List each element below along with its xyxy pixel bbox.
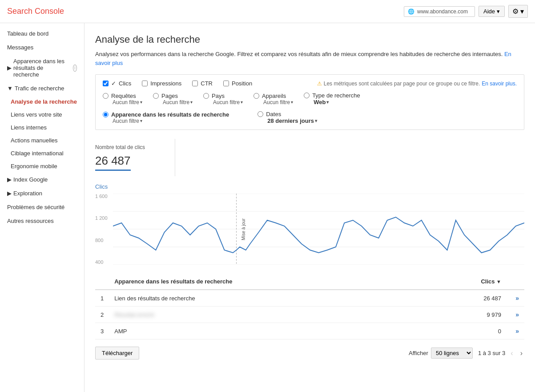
metrics-row: ✓ Clics Impressions CTR Position ⚠ [103, 80, 517, 87]
globe-icon: 🌐 [408, 8, 414, 15]
y-label-1200: 1 200 [95, 215, 113, 221]
table-footer: Télécharger Afficher 10 lignes 25 lignes… [95, 347, 524, 360]
col-action [507, 274, 524, 290]
row-3-value: 0 [430, 323, 507, 339]
row-2-num: 2 [95, 307, 109, 323]
row-3-action[interactable]: » [507, 323, 524, 339]
sidebar-item-actions-manuelles[interactable]: Actions manuelles [0, 134, 84, 147]
sidebar-item-index-google[interactable]: ▶ Index Google [0, 173, 84, 186]
row-1-value: 26 487 [430, 290, 507, 307]
prev-page-button[interactable]: ‹ [509, 348, 515, 358]
rows-select[interactable]: Afficher 10 lignes 25 lignes 50 lignes 1… [409, 348, 473, 359]
page-info: 1 à 3 sur 3 [478, 350, 505, 356]
dimensions-row-1: Requêtes Aucun filtre ▾ Pages Aucun filt… [103, 92, 517, 105]
afficher-label: Afficher [409, 350, 428, 356]
site-url: www.abondance.com [417, 8, 468, 15]
sidebar-item-trafic[interactable]: ▼ Trafic de recherche [0, 81, 84, 95]
sidebar-item-liens-internes[interactable]: Liens internes [0, 121, 84, 134]
pagination: Afficher 10 lignes 25 lignes 50 lignes 1… [409, 348, 524, 359]
page-description: Analysez vos performances dans la recher… [95, 50, 524, 67]
stat-box-clics: Nombre total de clics 26 487 [95, 139, 175, 176]
main-content: Analyse de la recherche Analysez vos per… [84, 23, 535, 392]
col-apparence: Apparence dans les résultats de recherch… [109, 274, 429, 290]
y-axis: 1 600 1 200 800 400 [95, 194, 113, 265]
settings-dropdown-icon: ▾ [520, 7, 524, 16]
next-page-button[interactable]: › [519, 348, 524, 358]
sidebar-apparence-label: Apparence dans les résultats de recherch… [13, 58, 69, 78]
pagination-nav: 1 à 3 sur 3 ‹ › [478, 348, 524, 358]
sidebar-item-apparence[interactable]: ▶ Apparence dans les résultats de recher… [0, 54, 84, 81]
chart-label: Clics [95, 183, 524, 190]
settings-button[interactable]: ⚙ ▾ [508, 5, 528, 18]
row-2-action[interactable]: » [507, 307, 524, 323]
info-icon[interactable]: i [73, 65, 77, 72]
header: Search Console 🌐 www.abondance.com Aide … [0, 0, 535, 23]
chart-line [113, 217, 524, 253]
filter-bar: ✓ Clics Impressions CTR Position ⚠ [95, 74, 524, 130]
y-label-1600: 1 600 [95, 194, 113, 199]
sidebar-item-ergonomie-mobile[interactable]: Ergonomie mobile [0, 160, 84, 173]
row-2-value: 9 979 [430, 307, 507, 323]
index-arrow: ▶ [7, 176, 12, 183]
row-3-num: 3 [95, 323, 109, 339]
row-2-name: Résultat enrichi [109, 307, 429, 323]
help-dropdown-icon: ▾ [497, 8, 500, 15]
metric-ctr[interactable]: CTR [192, 80, 213, 87]
col-clics: Clics ▼ [430, 274, 507, 290]
chevron-right-icon: » [515, 311, 519, 318]
dimension-requetes[interactable]: Requêtes Aucun filtre ▾ [103, 93, 142, 105]
site-selector[interactable]: 🌐 www.abondance.com [404, 6, 475, 17]
stat-label: Nombre total de clics [95, 144, 164, 150]
page-title: Analyse de la recherche [95, 34, 524, 45]
apparence-arrow: ▶ [7, 65, 12, 71]
sidebar-item-messages[interactable]: Messages [0, 40, 84, 54]
table-row: 3 AMP 0 » [95, 323, 524, 339]
chart-annotation: Mise à jour [241, 194, 246, 265]
sidebar-item-ciblage-international[interactable]: Ciblage international [0, 147, 84, 160]
row-3-name: AMP [109, 323, 429, 339]
sidebar-item-autres-ressources[interactable]: Autres ressources [0, 214, 84, 228]
col-num [95, 274, 109, 290]
stat-value: 26 487 [95, 154, 131, 171]
metric-clics[interactable]: ✓ Clics [103, 80, 131, 87]
chevron-right-icon: » [515, 295, 519, 302]
table-header-row: Apparence dans les résultats de recherch… [95, 274, 524, 290]
dimension-appareils[interactable]: Appareils Aucun filtre ▾ [253, 93, 293, 105]
sidebar-item-analyse-recherche[interactable]: Analyse de la recherche [0, 95, 84, 108]
download-button[interactable]: Télécharger [95, 347, 139, 360]
dimension-dates[interactable]: Dates 28 derniers jours ▾ [257, 111, 317, 124]
help-button[interactable]: Aide ▾ [479, 6, 505, 17]
sidebar: Tableau de bord Messages ▶ Apparence dan… [0, 23, 84, 392]
row-1-name: Lien des résultats de recherche [109, 290, 429, 307]
layout: Tableau de bord Messages ▶ Apparence dan… [0, 23, 535, 392]
metric-learn-more[interactable]: En savoir plus. [482, 81, 517, 87]
sidebar-item-exploration[interactable]: ▶ Exploration [0, 186, 84, 200]
dimension-type-recherche[interactable]: Type de recherche Web ▾ [304, 92, 360, 105]
data-table: Apparence dans les résultats de recherch… [95, 274, 524, 339]
header-right: 🌐 www.abondance.com Aide ▾ ⚙ ▾ [404, 5, 528, 18]
dimension-pages[interactable]: Pages Aucun filtre ▾ [153, 93, 193, 105]
settings-icon: ⚙ [512, 7, 519, 16]
chart-container: 1 600 1 200 800 400 [95, 194, 524, 265]
dimension-apparence-resultats[interactable]: Apparence dans les résultats de recherch… [103, 111, 229, 124]
sidebar-item-problemes-securite[interactable]: Problèmes de sécurité [0, 200, 84, 214]
sidebar-item-liens-votre-site[interactable]: Liens vers votre site [0, 108, 84, 121]
chart-svg [113, 194, 524, 265]
help-label: Aide [483, 8, 495, 15]
sidebar-trafic-label: Trafic de recherche [15, 85, 64, 92]
row-1-num: 1 [95, 290, 109, 307]
metric-position[interactable]: Position [223, 80, 252, 87]
warning-icon: ⚠ [317, 81, 322, 87]
dimension-pays[interactable]: Pays Aucun filtre ▾ [203, 93, 243, 105]
chevron-right-icon: » [515, 327, 519, 335]
rows-per-page-select[interactable]: 10 lignes 25 lignes 50 lignes 100 lignes [431, 348, 473, 359]
y-label-800: 800 [95, 238, 113, 243]
metric-impressions[interactable]: Impressions [142, 80, 181, 87]
sidebar-item-tableau-de-bord[interactable]: Tableau de bord [0, 27, 84, 40]
table-row: 2 Résultat enrichi 9 979 » [95, 307, 524, 323]
row-1-action[interactable]: » [507, 290, 524, 307]
table-row: 1 Lien des résultats de recherche 26 487… [95, 290, 524, 307]
y-label-400: 400 [95, 259, 113, 265]
exploration-arrow: ▶ [7, 190, 12, 197]
stats-section: Nombre total de clics 26 487 [95, 139, 524, 176]
